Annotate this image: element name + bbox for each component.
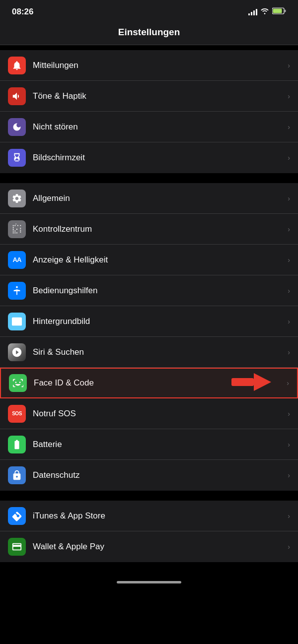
status-bar: 08:26 [0,0,298,22]
settings-group-2: Allgemein › Kontrollzentrum › AA Anzeige… [0,183,298,491]
datenschutz-chevron: › [288,471,290,479]
nicht-stoeren-icon [8,118,26,136]
settings-row-bildschirmzeit[interactable]: Bildschirmzeit › [0,142,298,173]
settings-row-kontrollzentrum[interactable]: Kontrollzentrum › [0,214,298,245]
hintergrundbild-label: Hintergrundbild [33,317,285,326]
batterie-label: Batterie [33,440,285,450]
settings-row-nicht-stoeren[interactable]: Nicht stören › [0,112,298,142]
batterie-icon [8,436,26,453]
bedienungshilfen-icon [8,282,26,300]
anzeige-chevron: › [288,256,290,264]
status-time: 08:26 [12,7,33,17]
nicht-stoeren-label: Nicht stören [33,122,285,132]
mitteilungen-label: Mitteilungen [33,61,285,70]
settings-row-appstore[interactable]: iTunes & App Store › [0,501,298,531]
settings-row-hintergrundbild[interactable]: Hintergrundbild › [0,306,298,337]
siri-label: Siri & Suchen [33,347,285,357]
page-title: Einstellungen [8,27,290,38]
settings-row-notruf[interactable]: SOS Notruf SOS › [0,398,298,429]
anzeige-icon: AA [8,251,26,269]
notruf-label: Notruf SOS [33,409,285,419]
group-separator-1 [0,173,298,178]
hintergrundbild-chevron: › [288,318,290,325]
bedienungshilfen-label: Bedienungshilfen [33,286,285,296]
datenschutz-icon [8,466,26,484]
nicht-stoeren-chevron: › [288,123,290,131]
siri-chevron: › [288,348,290,356]
settings-row-batterie[interactable]: Batterie › [0,429,298,460]
anzeige-label: Anzeige & Helligkeit [33,255,285,265]
bottom-spacer [0,562,298,572]
settings-row-toene[interactable]: Töne & Haptik › [0,81,298,112]
siri-icon [8,343,26,361]
datenschutz-label: Datenschutz [33,470,285,480]
wallet-icon [8,538,26,556]
settings-row-bedienungshilfen[interactable]: Bedienungshilfen › [0,275,298,306]
svg-marker-5 [254,373,271,391]
bedienungshilfen-chevron: › [288,287,290,295]
settings-row-datenschutz[interactable]: Datenschutz › [0,460,298,491]
faceid-icon [9,374,27,392]
mitteilungen-chevron: › [288,62,290,69]
faceid-label: Face ID & Code [34,378,284,388]
toene-label: Töne & Haptik [33,91,285,101]
bildschirmzeit-icon [8,149,26,167]
settings-group-3: iTunes & App Store › Wallet & Apple Pay … [0,501,298,562]
notruf-icon: SOS [8,405,26,423]
toene-icon [8,87,26,105]
svg-rect-2 [285,10,286,12]
bildschirmzeit-label: Bildschirmzeit [33,153,285,163]
group-separator-2 [0,491,298,496]
allgemein-chevron: › [288,194,290,202]
appstore-label: iTunes & App Store [33,511,285,521]
batterie-chevron: › [288,441,290,449]
svg-point-3 [16,286,18,288]
settings-row-mitteilungen[interactable]: Mitteilungen › [0,50,298,81]
toene-chevron: › [288,92,290,100]
notruf-chevron: › [288,410,290,418]
bildschirmzeit-chevron: › [288,154,290,162]
settings-group-1: Mitteilungen › Töne & Haptik › Nicht stö… [0,50,298,173]
wallet-label: Wallet & Apple Pay [33,542,285,552]
kontrollzentrum-chevron: › [288,225,290,233]
hintergrundbild-icon [8,313,26,330]
home-indicator [0,577,298,586]
settings-row-siri[interactable]: Siri & Suchen › [0,337,298,368]
appstore-icon [8,507,26,525]
svg-rect-1 [273,9,282,13]
red-arrow-annotation [231,371,271,395]
status-icons [248,7,286,16]
kontrollzentrum-label: Kontrollzentrum [33,224,285,234]
settings-row-faceid[interactable]: Face ID & Code › [0,368,298,398]
settings-row-allgemein[interactable]: Allgemein › [0,183,298,214]
page-header: Einstellungen [0,22,298,45]
battery-icon [272,7,286,16]
kontrollzentrum-icon [8,220,26,238]
wifi-icon [260,7,269,16]
wallet-chevron: › [288,543,290,551]
appstore-chevron: › [288,512,290,520]
allgemein-icon [8,190,26,207]
allgemein-label: Allgemein [33,193,285,203]
signal-icon [248,8,257,15]
settings-row-wallet[interactable]: Wallet & Apple Pay › [0,531,298,562]
home-bar [117,581,181,583]
svg-rect-4 [231,378,254,386]
mitteilungen-icon [8,57,26,74]
settings-row-anzeige[interactable]: AA Anzeige & Helligkeit › [0,245,298,275]
faceid-chevron: › [287,379,289,387]
